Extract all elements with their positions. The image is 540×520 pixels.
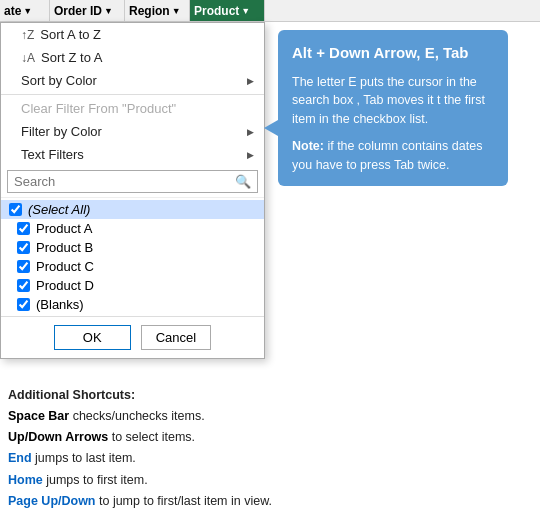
- checkbox-blanks-label: (Blanks): [36, 297, 84, 312]
- desc-end: jumps to last item.: [32, 451, 136, 465]
- shortcut-home: Home jumps to first item.: [8, 470, 532, 491]
- desc-pageupdown: to jump to first/last item in view.: [96, 494, 272, 508]
- key-space: Space Bar: [8, 409, 69, 423]
- shortcut-space: Space Bar checks/unchecks items.: [8, 406, 532, 427]
- menu-filter-color[interactable]: Filter by Color: [1, 120, 264, 143]
- checkbox-blanks-input[interactable]: [17, 298, 30, 311]
- menu-text-filters[interactable]: Text Filters: [1, 143, 264, 166]
- checkbox-product-b-label: Product B: [36, 240, 93, 255]
- checkbox-product-c[interactable]: Product C: [1, 257, 264, 276]
- col-date[interactable]: ate ▼: [0, 0, 50, 21]
- menu-filter-color-label: Filter by Color: [21, 124, 102, 139]
- col-orderid-arrow[interactable]: ▼: [104, 6, 113, 16]
- key-home: Home: [8, 473, 43, 487]
- checkbox-select-all-label: (Select All): [28, 202, 90, 217]
- menu-sort-az-label: Sort A to Z: [40, 27, 101, 42]
- menu-sort-color[interactable]: Sort by Color: [1, 69, 264, 92]
- tooltip-title: Alt + Down Arrow, E, Tab: [292, 42, 494, 65]
- shortcut-pageupdown: Page Up/Down to jump to first/last item …: [8, 491, 532, 512]
- desc-home: jumps to first item.: [43, 473, 148, 487]
- menu-sort-za-label: Sort Z to A: [41, 50, 102, 65]
- dialog-buttons: OK Cancel: [1, 316, 264, 358]
- menu-text-filters-label: Text Filters: [21, 147, 84, 162]
- shortcut-arrows: Up/Down Arrows to select items.: [8, 427, 532, 448]
- separator-1: [1, 94, 264, 95]
- filter-dropdown: ↑Z Sort A to Z ↓A Sort Z to A Sort by Co…: [0, 22, 265, 359]
- checkbox-select-all[interactable]: (Select All): [1, 200, 264, 219]
- sheet-header: ate ▼ Order ID ▼ Region ▼ Product ▼: [0, 0, 540, 22]
- search-input[interactable]: [8, 171, 229, 192]
- menu-sort-az[interactable]: ↑Z Sort A to Z: [1, 23, 264, 46]
- col-region[interactable]: Region ▼: [125, 0, 190, 21]
- desc-arrows: to select items.: [108, 430, 195, 444]
- tooltip-body: The letter E puts the cursor in the sear…: [292, 73, 494, 129]
- menu-clear-filter-label: Clear Filter From "Product": [21, 101, 176, 116]
- checkbox-product-b[interactable]: Product B: [1, 238, 264, 257]
- tooltip-note-label: Note:: [292, 139, 324, 153]
- search-box[interactable]: 🔍: [7, 170, 258, 193]
- checkbox-product-a[interactable]: Product A: [1, 219, 264, 238]
- search-icon[interactable]: 🔍: [229, 171, 257, 192]
- shortcut-end: End jumps to last item.: [8, 448, 532, 469]
- checkbox-select-all-input[interactable]: [9, 203, 22, 216]
- key-end: End: [8, 451, 32, 465]
- menu-sort-color-label: Sort by Color: [21, 73, 97, 88]
- tooltip-bubble: Alt + Down Arrow, E, Tab The letter E pu…: [278, 30, 508, 186]
- checkbox-product-c-label: Product C: [36, 259, 94, 274]
- shortcuts-title-label: Additional Shortcuts:: [8, 388, 135, 402]
- checkbox-product-b-input[interactable]: [17, 241, 30, 254]
- col-region-label: Region: [129, 4, 170, 18]
- col-date-arrow[interactable]: ▼: [23, 6, 32, 16]
- col-product[interactable]: Product ▼: [190, 0, 265, 21]
- checkbox-product-d-label: Product D: [36, 278, 94, 293]
- sort-az-icon: ↑Z: [21, 28, 34, 42]
- checkbox-product-a-input[interactable]: [17, 222, 30, 235]
- col-product-label: Product: [194, 4, 239, 18]
- col-orderid[interactable]: Order ID ▼: [50, 0, 125, 21]
- menu-sort-za[interactable]: ↓A Sort Z to A: [1, 46, 264, 69]
- col-region-arrow[interactable]: ▼: [172, 6, 181, 16]
- checkbox-product-a-label: Product A: [36, 221, 92, 236]
- ok-button[interactable]: OK: [54, 325, 131, 350]
- checkbox-product-d[interactable]: Product D: [1, 276, 264, 295]
- key-arrows: Up/Down Arrows: [8, 430, 108, 444]
- sort-za-icon: ↓A: [21, 51, 35, 65]
- shortcuts-section: Additional Shortcuts: Space Bar checks/u…: [8, 385, 532, 513]
- checkbox-product-d-input[interactable]: [17, 279, 30, 292]
- shortcuts-title: Additional Shortcuts:: [8, 385, 532, 406]
- desc-space: checks/unchecks items.: [69, 409, 204, 423]
- col-orderid-label: Order ID: [54, 4, 102, 18]
- key-pageupdown: Page Up/Down: [8, 494, 96, 508]
- menu-clear-filter[interactable]: Clear Filter From "Product": [1, 97, 264, 120]
- cancel-button[interactable]: Cancel: [141, 325, 211, 350]
- checkbox-list: (Select All) Product A Product B Product…: [1, 197, 264, 316]
- checkbox-product-c-input[interactable]: [17, 260, 30, 273]
- checkbox-blanks[interactable]: (Blanks): [1, 295, 264, 314]
- col-product-arrow[interactable]: ▼: [241, 6, 250, 16]
- col-date-label: ate: [4, 4, 21, 18]
- tooltip-note: Note: if the column contains dates you h…: [292, 137, 494, 175]
